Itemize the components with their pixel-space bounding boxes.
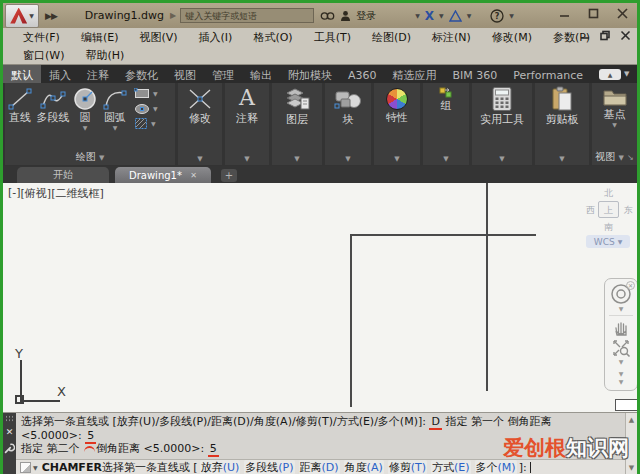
arc-flyout-icon[interactable]: ▼ xyxy=(113,124,118,131)
doc-minimize-button[interactable] xyxy=(580,30,591,41)
file-tab-start[interactable]: 开始 xyxy=(17,167,109,183)
viewport-menu-control[interactable]: [-] xyxy=(8,186,21,201)
search-input[interactable] xyxy=(180,8,314,23)
recent-commands-icon[interactable] xyxy=(20,462,31,473)
exchange-dropdown-icon[interactable]: ▼ xyxy=(439,12,444,19)
properties-flyout-icon[interactable]: ▼ xyxy=(374,155,420,163)
file-tab-close-icon[interactable]: ✕ xyxy=(190,171,197,180)
minimize-button[interactable] xyxy=(558,7,571,20)
basepoint-flyout-icon[interactable]: ▼ xyxy=(612,121,617,128)
menu-draw[interactable]: 绘图(D) xyxy=(368,30,415,45)
help-dropdown-icon[interactable]: ▼ xyxy=(509,12,514,19)
zoom-flyout-icon[interactable]: ▼ xyxy=(619,358,624,366)
viewport-view-control[interactable]: [俯视] xyxy=(21,186,52,201)
connect-dropdown-icon[interactable]: ▼ xyxy=(467,12,472,19)
quick-access-overflow-icon[interactable]: ▶▶ xyxy=(45,11,57,21)
viewport-style-control[interactable]: [二维线框] xyxy=(51,186,104,201)
block-flyout-icon[interactable]: ▼ xyxy=(325,155,371,163)
drawn-vertical-line-left[interactable] xyxy=(350,234,352,407)
command-option-multiple[interactable]: 多个(M) xyxy=(475,460,517,474)
doc-close-button[interactable] xyxy=(620,30,631,41)
ribbon-tab-view[interactable]: 视图 xyxy=(166,65,204,83)
line-tool[interactable]: 直线 xyxy=(5,86,35,124)
signin-dropdown-icon[interactable]: ▼ xyxy=(415,12,420,19)
customize-wrench-icon[interactable] xyxy=(4,443,15,454)
ribbon-tab-addins[interactable]: 附加模块 xyxy=(280,65,340,83)
navbar-more-icon[interactable]: ▼▼ xyxy=(619,370,624,386)
panel-modify[interactable]: 修改 ▼ xyxy=(178,83,222,165)
command-option-trim[interactable]: 修剪(T) xyxy=(388,460,427,474)
command-option-method[interactable]: 方式(E) xyxy=(431,460,471,474)
menu-edit[interactable]: 编辑(E) xyxy=(77,30,123,45)
ribbon-tab-featured-apps[interactable]: 精选应用 xyxy=(385,65,445,83)
menu-window[interactable]: 窗口(W) xyxy=(19,48,68,63)
hatch-tool[interactable]: ▼ xyxy=(134,117,158,130)
panel-layers[interactable]: 图层 ▼ xyxy=(272,83,322,165)
recent-commands-arrow-icon[interactable]: ▼ xyxy=(33,464,38,471)
help-icon[interactable]: ? xyxy=(490,7,504,25)
groups-flyout-icon[interactable]: ▼ xyxy=(423,155,469,163)
wcs-dropdown[interactable]: WCS ▼ xyxy=(586,235,630,248)
ellipse-tool[interactable]: ▼ xyxy=(134,102,158,115)
compass-east[interactable]: 东 xyxy=(624,204,633,217)
panel-view-footer[interactable]: 视图 ▼ ↘ xyxy=(592,150,637,164)
close-button[interactable] xyxy=(616,7,629,20)
ribbon-tab-bim360[interactable]: BIM 360 xyxy=(445,65,506,83)
command-option-polyline[interactable]: 多段线(P) xyxy=(244,460,294,474)
ribbon-tab-performance[interactable]: Performance xyxy=(505,65,591,83)
menu-format[interactable]: 格式(O) xyxy=(249,30,296,45)
panel-groups[interactable]: 组 ▼ xyxy=(423,83,469,165)
hatch-flyout-icon[interactable]: ▼ xyxy=(151,120,156,127)
scroll-up-icon[interactable]: ▲ xyxy=(629,416,634,424)
ribbon-display-dropdown-icon[interactable]: ▼ xyxy=(624,70,629,78)
panel-utilities[interactable]: 实用工具 ▼ xyxy=(472,83,532,165)
layers-flyout-icon[interactable]: ▼ xyxy=(272,155,322,163)
compass-south[interactable]: 南 xyxy=(604,221,613,234)
panel-draw-footer[interactable]: 绘图 ▼ xyxy=(5,150,175,164)
utilities-flyout-icon[interactable]: ▼ xyxy=(472,155,532,163)
menu-dimension[interactable]: 标注(N) xyxy=(428,30,475,45)
new-tab-button[interactable]: + xyxy=(221,169,237,182)
command-close-icon[interactable]: ✕ xyxy=(6,428,14,437)
scroll-down-icon[interactable]: ▼ xyxy=(629,464,634,472)
ribbon-display-toggle[interactable]: ▲ xyxy=(599,69,621,80)
compass-top-button[interactable]: 上 xyxy=(598,201,619,218)
command-option-distance[interactable]: 距离(D) xyxy=(299,460,340,474)
zoom-extents-icon[interactable] xyxy=(611,338,631,358)
annotate-flyout-icon[interactable]: ▼ xyxy=(225,155,269,163)
rectangle-tool[interactable]: ▼ xyxy=(134,87,158,100)
menu-modify[interactable]: 修改(M) xyxy=(488,30,536,45)
compass-west[interactable]: 西 xyxy=(586,204,595,217)
ribbon-tab-annotate[interactable]: 注释 xyxy=(79,65,117,83)
ribbon-tab-a360[interactable]: A360 xyxy=(340,65,385,83)
circle-flyout-icon[interactable]: ▼ xyxy=(83,124,88,131)
doc-restore-button[interactable] xyxy=(600,30,611,41)
rectangle-flyout-icon[interactable]: ▼ xyxy=(153,90,158,97)
compass-north[interactable]: 北 xyxy=(604,187,613,200)
clipboard-flyout-icon[interactable]: ▼ xyxy=(535,155,589,163)
panel-annotate[interactable]: A 注释 ▼ xyxy=(225,83,269,165)
wheel-flyout-icon[interactable]: ▼ xyxy=(619,305,624,313)
command-option-undo[interactable]: 放弃(U) xyxy=(200,460,241,474)
menu-insert[interactable]: 插入(I) xyxy=(195,30,237,45)
drawn-vertical-line-long[interactable] xyxy=(486,183,488,391)
arc-tool[interactable]: 圆弧 ▼ xyxy=(99,86,131,131)
exchange-apps-icon[interactable]: X xyxy=(425,7,434,25)
drawn-horizontal-line[interactable] xyxy=(350,234,536,236)
app-menu-button[interactable]: ▼ xyxy=(5,4,39,28)
ribbon-tab-insert[interactable]: 插入 xyxy=(41,65,79,83)
file-tab-drawing1[interactable]: Drawing1* ✕ xyxy=(115,167,211,183)
command-option-angle[interactable]: 角度(A) xyxy=(344,460,384,474)
navbar-close-icon[interactable]: ✕ xyxy=(626,281,635,290)
panel-clipboard[interactable]: 剪贴板 ▼ xyxy=(535,83,589,165)
ribbon-tab-manage[interactable]: 管理 xyxy=(204,65,242,83)
panel-block[interactable]: 块 ▼ xyxy=(325,83,371,165)
panel-view[interactable]: 基点 ▼ 视图 ▼ ↘ xyxy=(592,83,637,165)
polyline-tool[interactable]: 多段线 xyxy=(35,86,71,124)
menu-help[interactable]: 帮助(H) xyxy=(81,48,128,63)
binoculars-search-icon[interactable] xyxy=(320,7,335,25)
ribbon-tab-home[interactable]: 默认 xyxy=(3,65,41,83)
search-expand-icon[interactable]: ▶ xyxy=(170,11,176,20)
drawing-canvas[interactable]: [-] [俯视] [二维线框] 北 西 上 东 南 WCS ▼ ✕ ▼ xyxy=(3,183,637,412)
pan-hand-icon[interactable] xyxy=(611,318,631,338)
